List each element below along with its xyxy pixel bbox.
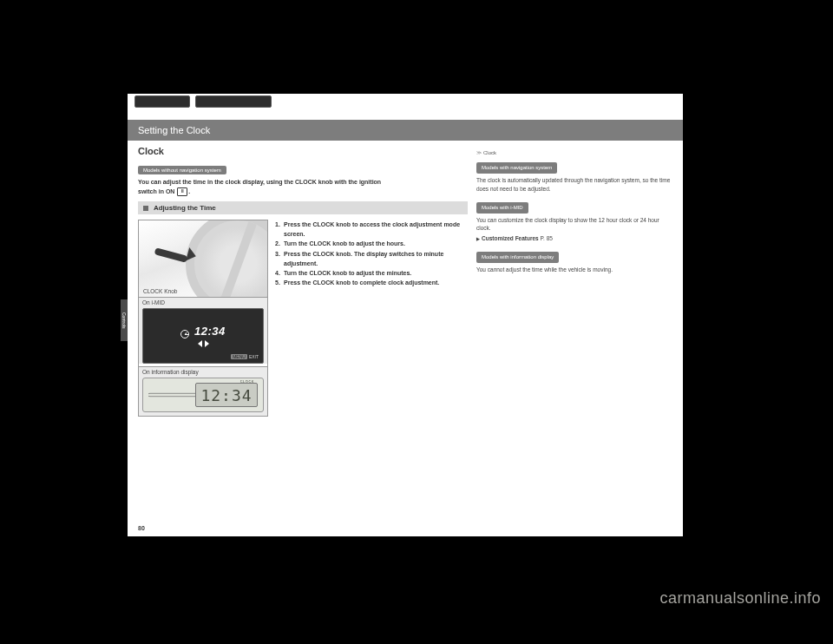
ann-1-text: The clock is automatically updated throu…	[476, 176, 672, 194]
ann-1-badge: Models with navigation system	[476, 162, 557, 174]
section-title: Clock	[138, 146, 468, 156]
clock-face-icon	[180, 330, 189, 338]
intro-line-2-pre: switch in ON	[138, 188, 176, 194]
page-header-bar: Setting the Clock	[128, 120, 683, 141]
section-side-tab: Controls	[121, 299, 128, 341]
ann-2-text: You can customize the clock display to s…	[476, 216, 672, 233]
subsection-heading: Adjusting the Time	[138, 201, 468, 214]
main-column: Clock Models without navigation system Y…	[138, 146, 468, 417]
intro-line-1: You can adjust the time in the clock dis…	[138, 179, 381, 185]
info-display-label: On information display	[142, 369, 199, 375]
annotation-block-1: Models with navigation system The clock …	[476, 162, 672, 194]
steering-wheel-graphic	[186, 220, 267, 297]
step-5-num: 5.	[275, 278, 284, 287]
clock-knob-illustration: CLOCK Knob	[139, 220, 267, 297]
imid-label: On i-MID	[142, 299, 165, 306]
page-number: 80	[138, 525, 145, 531]
imid-figure: On i-MID 12:34	[139, 297, 267, 364]
ann-2-link[interactable]: Customized Features	[476, 235, 539, 241]
step-4-text: Turn the CLOCK knob to adjust the minute…	[284, 268, 411, 278]
manual-page: Setting the Clock Clock Models without n…	[128, 94, 683, 536]
step-3-text: Press the CLOCK knob. The display switch…	[284, 249, 468, 268]
arrow-left-icon	[198, 340, 202, 347]
model-badge-main: Models without navigation system	[138, 166, 226, 174]
arrow-right-icon	[205, 340, 209, 347]
step-1-text: Press the CLOCK knob to access the clock…	[284, 220, 468, 239]
step-1-num: 1.	[275, 220, 284, 239]
subsection-heading-text: Adjusting the Time	[154, 204, 216, 212]
top-button-2[interactable]	[195, 95, 272, 108]
annotation-column: Clock Models with navigation system The …	[476, 146, 672, 417]
menu-tag-icon: MENU	[231, 354, 247, 359]
intro-text: You can adjust the time in the clock dis…	[138, 178, 468, 196]
imid-exit-text: EXIT	[249, 354, 259, 359]
steps-list: 1.Press the CLOCK knob to access the clo…	[275, 220, 468, 417]
imid-time-value: 12:34	[194, 325, 226, 338]
info-display-screen: CLOCK 12:34	[142, 378, 264, 412]
intro-line-2-post: .	[188, 188, 190, 194]
ann-3-badge: Models with information display	[476, 252, 559, 263]
info-display-figure: On information display CLOCK 12:34	[139, 366, 267, 416]
ann-2-page-ref: P. 85	[541, 235, 553, 241]
info-display-time-value: 12:34	[195, 383, 258, 407]
annotation-block-2: Models with i-MID You can customize the …	[476, 202, 672, 243]
page-header-title: Setting the Clock	[138, 125, 210, 135]
step-3-num: 3.	[275, 249, 284, 268]
pointer-arrow-graphic	[154, 252, 187, 259]
step-2-num: 2.	[275, 239, 284, 248]
step-4-num: 4.	[275, 268, 284, 278]
ann-2-badge: Models with i-MID	[476, 202, 528, 214]
clock-knob-figure: CLOCK Knob On i-MID 12:34	[138, 220, 268, 417]
step-5-text: Press the CLOCK knob to complete clock a…	[284, 278, 439, 287]
ann-3-text: You cannot adjust the time while the veh…	[476, 266, 672, 274]
watermark-text: carmanualsonline.info	[659, 589, 821, 608]
ignition-on-icon: II	[177, 187, 187, 196]
top-button-1[interactable]	[134, 95, 190, 108]
imid-exit-hint: MENUEXIT	[231, 354, 259, 359]
annotation-heading: Clock	[476, 149, 672, 157]
top-button-bar	[134, 95, 272, 108]
step-2-text: Turn the CLOCK knob to adjust the hours.	[284, 239, 405, 248]
imid-arrows	[198, 340, 209, 347]
imid-screen: 12:34 MENUEXIT	[142, 308, 264, 364]
annotation-block-3: Models with information display You cann…	[476, 252, 672, 274]
clock-knob-label: CLOCK Knob	[143, 288, 177, 294]
